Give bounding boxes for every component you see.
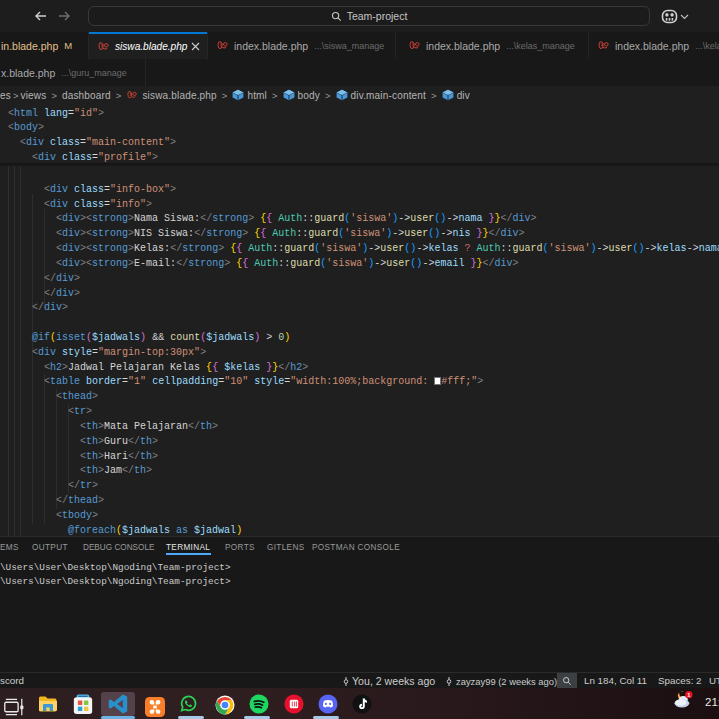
svg-text:1: 1 [687,692,690,698]
